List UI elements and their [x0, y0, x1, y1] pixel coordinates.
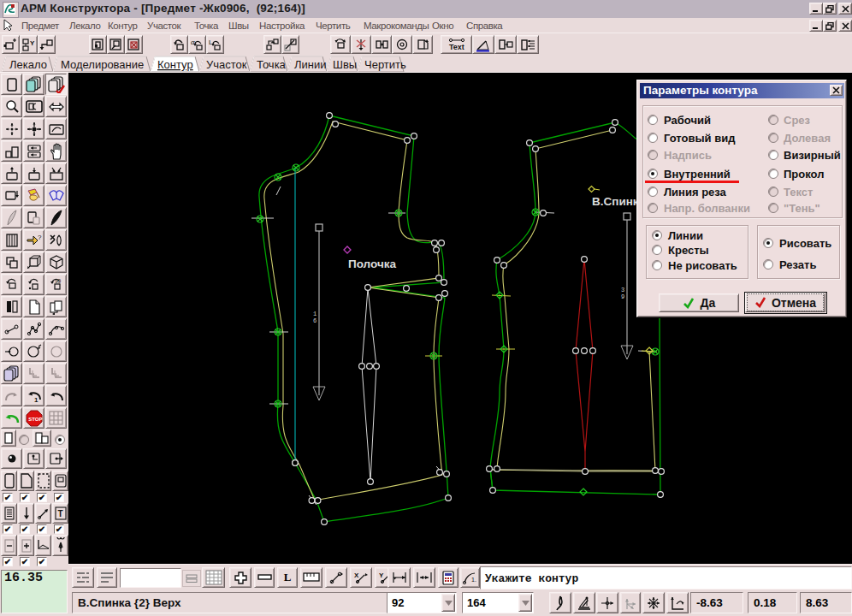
svg-text:1.: 1. — [471, 577, 476, 583]
svg-text:Линии: Линии — [294, 58, 327, 71]
svg-text:STOP: STOP — [28, 416, 42, 421]
svg-text:Участок: Участок — [206, 58, 247, 71]
svg-text:3: 3 — [621, 287, 624, 293]
svg-text:6: 6 — [313, 317, 317, 324]
svg-text:?: ? — [38, 234, 42, 241]
svg-text:X: X — [354, 572, 359, 579]
svg-text:Точка: Точка — [257, 58, 287, 71]
svg-text:Y: Y — [379, 572, 384, 579]
svg-text:T: T — [57, 509, 62, 518]
svg-text:Швы: Швы — [333, 58, 357, 71]
svg-text:1: 1 — [34, 396, 38, 403]
svg-text:90: 90 — [55, 278, 62, 284]
svg-text:1: 1 — [313, 311, 317, 317]
svg-text:9: 9 — [621, 293, 624, 300]
svg-text:Контур: Контур — [157, 58, 193, 71]
svg-text:Text: Text — [449, 43, 464, 51]
svg-text:Моделирование: Моделирование — [61, 58, 144, 71]
svg-text:Чертить: Чертить — [364, 58, 406, 71]
svg-text:Y: Y — [30, 39, 35, 47]
svg-text:Лекало: Лекало — [9, 58, 47, 71]
svg-text:Полочка: Полочка — [348, 258, 397, 270]
